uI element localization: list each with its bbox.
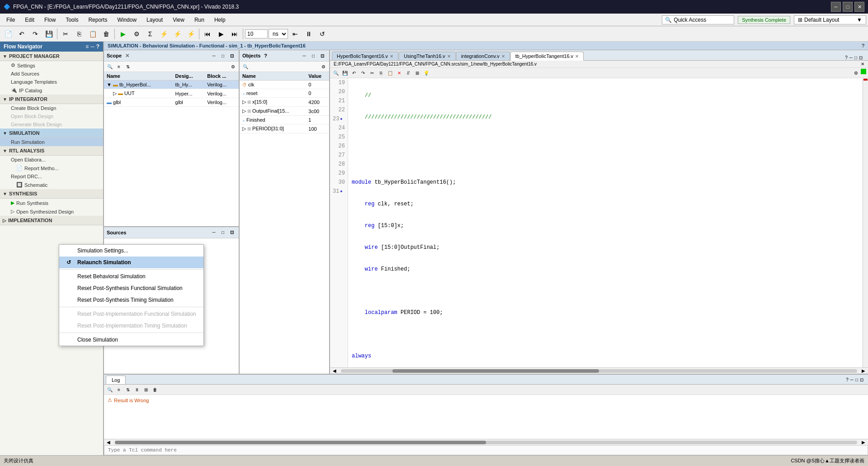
ctx-reset-post-synth-func[interactable]: Reset Post-Synthesis Functional Simulati…	[59, 282, 203, 294]
ctx-reset-post-impl-timing: Reset Post-Implementation Timing Simulat…	[59, 320, 203, 332]
ctx-reset-post-synth-timing[interactable]: Reset Post-Synthesis Timing Simulation	[59, 294, 203, 306]
ctx-sep-2	[59, 307, 203, 307]
context-menu-overlay: Simulation Settings... ↺ Relaunch Simula…	[0, 0, 868, 466]
ctx-sep-1	[59, 269, 203, 270]
ctx-reset-post-impl-func: Reset Post-Implementation Functional Sim…	[59, 308, 203, 320]
context-menu: Simulation Settings... ↺ Relaunch Simula…	[59, 244, 204, 346]
ctx-close-simulation[interactable]: Close Simulation	[59, 334, 203, 346]
ctx-sep-3	[59, 333, 203, 333]
ctx-reset-post-impl-timing-label: Reset Post-Implementation Timing Simulat…	[77, 323, 187, 329]
ctx-simulation-settings[interactable]: Simulation Settings...	[59, 245, 203, 257]
ctx-reset-behavioral[interactable]: Reset Behavioral Simulation	[59, 271, 203, 282]
ctx-relaunch-icon: ↺	[66, 259, 74, 266]
ctx-close-simulation-label: Close Simulation	[77, 337, 118, 343]
ctx-relaunch-label: Relaunch Simulation	[77, 259, 131, 266]
ctx-reset-post-synth-timing-label: Reset Post-Synthesis Timing Simulation	[77, 297, 174, 303]
ctx-reset-behavioral-label: Reset Behavioral Simulation	[77, 273, 146, 280]
ctx-reset-post-impl-func-label: Reset Post-Implementation Functional Sim…	[77, 311, 196, 317]
ctx-simulation-settings-label: Simulation Settings...	[77, 247, 128, 254]
ctx-reset-post-synth-func-label: Reset Post-Synthesis Functional Simulati…	[77, 285, 183, 291]
ctx-relaunch-simulation[interactable]: ↺ Relaunch Simulation	[59, 257, 203, 268]
